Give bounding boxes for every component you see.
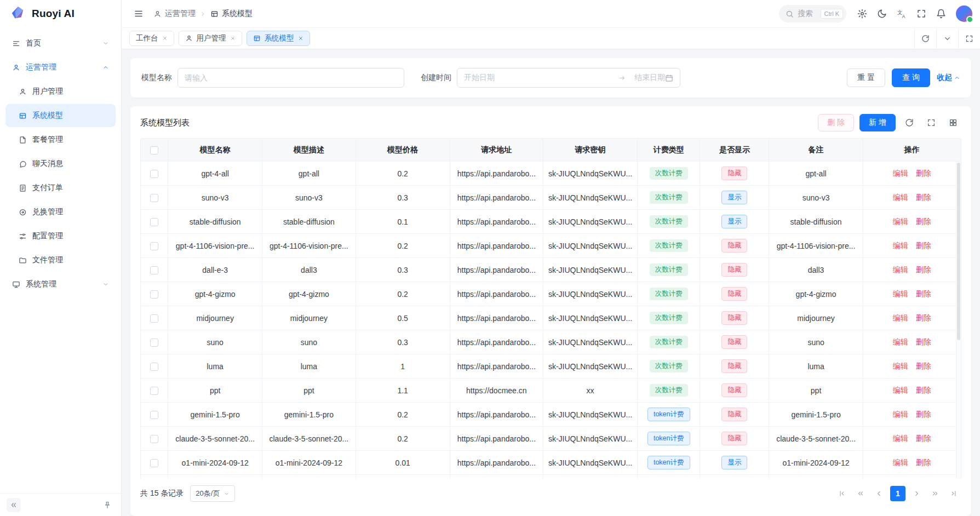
sidebar: Ruoyi AI 首页运营管理用户管理系统模型套餐管理聊天消息支付订单兑换管理配… bbox=[0, 0, 122, 516]
tab-0[interactable]: 工作台 bbox=[129, 31, 174, 46]
prev-page-button[interactable] bbox=[872, 486, 887, 501]
delete-link[interactable]: 删除 bbox=[916, 289, 931, 298]
select-all-checkbox[interactable] bbox=[150, 146, 158, 154]
tab-1[interactable]: 用户管理 bbox=[179, 31, 242, 46]
row-checkbox[interactable] bbox=[150, 459, 158, 467]
fullscreen-button[interactable] bbox=[912, 4, 931, 23]
query-button[interactable]: 查 询 bbox=[892, 68, 930, 87]
avatar[interactable] bbox=[956, 5, 972, 22]
row-checkbox[interactable] bbox=[150, 435, 158, 443]
row-checkbox[interactable] bbox=[150, 194, 158, 202]
delete-link[interactable]: 删除 bbox=[916, 458, 931, 467]
edit-link[interactable]: 编辑 bbox=[893, 313, 908, 322]
prev-pages-button[interactable] bbox=[853, 486, 868, 501]
column-header: 请求密钥 bbox=[543, 139, 638, 162]
edit-link[interactable]: 编辑 bbox=[893, 169, 908, 177]
row-checkbox[interactable] bbox=[150, 170, 158, 178]
settings-button[interactable] bbox=[853, 4, 872, 23]
edit-link[interactable]: 编辑 bbox=[893, 410, 908, 418]
delete-button[interactable]: 删 除 bbox=[818, 114, 854, 131]
row-checkbox[interactable] bbox=[150, 387, 158, 395]
edit-link[interactable]: 编辑 bbox=[893, 337, 908, 346]
table-scrollbar[interactable] bbox=[956, 162, 961, 479]
system-icon bbox=[12, 280, 20, 289]
delete-link[interactable]: 删除 bbox=[916, 265, 931, 274]
tabs-refresh-button[interactable] bbox=[914, 28, 936, 49]
content-fullscreen-button[interactable] bbox=[958, 28, 980, 49]
breadcrumb-item-model[interactable]: 系统模型 bbox=[210, 9, 253, 19]
cell-actions: 编辑删除 bbox=[863, 451, 961, 475]
first-page-button[interactable] bbox=[834, 486, 850, 501]
delete-link[interactable]: 删除 bbox=[916, 362, 931, 370]
edit-link[interactable]: 编辑 bbox=[893, 362, 908, 370]
tab-close-icon[interactable] bbox=[298, 36, 303, 41]
language-button[interactable]: 文A bbox=[892, 4, 911, 23]
tabs-menu-button[interactable] bbox=[936, 28, 958, 49]
row-checkbox[interactable] bbox=[150, 266, 158, 274]
edit-link[interactable]: 编辑 bbox=[893, 241, 908, 250]
delete-link[interactable]: 删除 bbox=[916, 169, 931, 177]
delete-link[interactable]: 删除 bbox=[916, 410, 931, 418]
edit-link[interactable]: 编辑 bbox=[893, 265, 908, 274]
date-range-input[interactable]: 开始日期 结束日期 bbox=[457, 68, 680, 88]
sidebar-item-model[interactable]: 系统模型 bbox=[5, 104, 116, 127]
sidebar-item-order[interactable]: 支付订单 bbox=[5, 176, 116, 199]
billing-type-badge: 次数计费 bbox=[650, 191, 688, 204]
delete-link[interactable]: 删除 bbox=[916, 217, 931, 226]
delete-link[interactable]: 删除 bbox=[916, 313, 931, 322]
sidebar-item-package[interactable]: 套餐管理 bbox=[5, 128, 116, 151]
menu-toggle-button[interactable] bbox=[129, 4, 148, 23]
sidebar-item-exchange[interactable]: 兑换管理 bbox=[5, 200, 116, 223]
sidebar-collapse-button[interactable] bbox=[7, 498, 21, 512]
page-size-select[interactable]: 20条/页 bbox=[190, 485, 235, 502]
edit-link[interactable]: 编辑 bbox=[893, 217, 908, 226]
delete-link[interactable]: 删除 bbox=[916, 434, 931, 443]
edit-link[interactable]: 编辑 bbox=[893, 193, 908, 202]
page-1-button[interactable]: 1 bbox=[890, 486, 906, 501]
row-checkbox[interactable] bbox=[150, 411, 158, 419]
table-fullscreen-button[interactable] bbox=[923, 114, 939, 131]
sidebar-item-folder[interactable]: 文件管理 bbox=[5, 249, 116, 272]
sidebar-item-config[interactable]: 配置管理 bbox=[5, 225, 116, 248]
collapse-filter-link[interactable]: 收起 bbox=[937, 73, 960, 83]
row-checkbox[interactable] bbox=[150, 218, 158, 226]
breadcrumb-item-operations[interactable]: 运营管理 bbox=[153, 9, 196, 19]
row-checkbox[interactable] bbox=[150, 339, 158, 347]
edit-link[interactable]: 编辑 bbox=[893, 458, 908, 467]
sidebar-group-system[interactable]: 系统管理 bbox=[5, 273, 116, 296]
reset-button[interactable]: 重 置 bbox=[847, 68, 885, 87]
edit-link[interactable]: 编辑 bbox=[893, 289, 908, 298]
last-page-button[interactable] bbox=[946, 486, 961, 501]
next-page-button[interactable] bbox=[909, 486, 924, 501]
sidebar-item-chat[interactable]: 聊天消息 bbox=[5, 152, 116, 175]
scrollbar-thumb[interactable] bbox=[957, 163, 960, 340]
row-checkbox[interactable] bbox=[150, 290, 158, 299]
sidebar-group-home[interactable]: 首页 bbox=[5, 32, 116, 55]
delete-link[interactable]: 删除 bbox=[916, 386, 931, 394]
search-input[interactable]: 搜索 Ctrl K bbox=[779, 5, 847, 22]
sidebar-pin-button[interactable] bbox=[100, 498, 114, 512]
column-settings-button[interactable] bbox=[945, 114, 961, 131]
add-button[interactable]: 新 增 bbox=[859, 114, 896, 131]
edit-link[interactable]: 编辑 bbox=[893, 434, 908, 443]
delete-link[interactable]: 删除 bbox=[916, 241, 931, 250]
sidebar-item-user[interactable]: 用户管理 bbox=[5, 80, 116, 103]
tab-close-icon[interactable] bbox=[162, 36, 168, 41]
table-refresh-button[interactable] bbox=[901, 114, 918, 131]
cell-model-desc: claude-3-5-sonnet-20... bbox=[262, 427, 356, 451]
notifications-button[interactable] bbox=[932, 4, 950, 23]
theme-toggle-button[interactable] bbox=[873, 4, 891, 23]
tab-2[interactable]: 系统模型 bbox=[247, 31, 310, 46]
cell-model-name: claude-3-5-sonnet-20... bbox=[168, 427, 262, 451]
delete-link[interactable]: 删除 bbox=[916, 337, 931, 346]
row-checkbox[interactable] bbox=[150, 363, 158, 371]
row-checkbox[interactable] bbox=[150, 242, 158, 250]
delete-link[interactable]: 删除 bbox=[916, 193, 931, 202]
sidebar-group-operations[interactable]: 运营管理 bbox=[5, 56, 116, 79]
model-name-input[interactable] bbox=[177, 68, 404, 88]
row-checkbox[interactable] bbox=[150, 314, 158, 323]
tab-close-icon[interactable] bbox=[230, 36, 236, 41]
edit-link[interactable]: 编辑 bbox=[893, 386, 908, 394]
next-pages-button[interactable] bbox=[927, 486, 943, 501]
cell-visibility: 隐藏 bbox=[700, 234, 769, 258]
